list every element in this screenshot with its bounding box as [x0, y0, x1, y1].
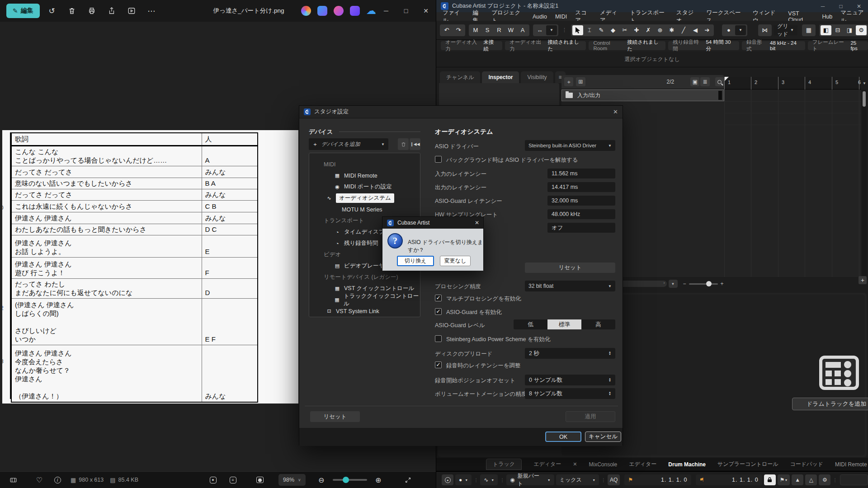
tab-channel[interactable]: チャンネル — [440, 71, 480, 83]
text-actions-button[interactable]: ≡ — [226, 474, 240, 486]
toolbar-divider-handle[interactable]: ⋮ — [562, 27, 567, 33]
tree-item-motu-m-series[interactable]: MOTU M Series — [309, 204, 420, 215]
snap-toggle-button[interactable]: ⋈ — [760, 25, 770, 35]
close-icon[interactable]: ✕ — [573, 461, 577, 467]
cancel-button[interactable]: キャンセル — [585, 432, 621, 442]
designer-icon[interactable] — [317, 6, 327, 16]
timeline-ruler[interactable]: 1 2 3 4 5 6 — [724, 77, 861, 89]
object-select-tool[interactable] — [572, 25, 583, 35]
menu-hub[interactable]: Hub — [822, 14, 832, 20]
add-drum-track-button[interactable]: ドラムトラックを追加 — [792, 398, 868, 410]
power-scheme-checkbox[interactable] — [435, 335, 442, 342]
ruler-options-button[interactable]: ▼ — [862, 78, 867, 89]
zoom-out-button[interactable]: ⊖ — [315, 474, 328, 486]
add-device-dropdown[interactable]: ＋ デバイスを追加 ▼ — [309, 138, 388, 150]
tab-drum-machine[interactable]: Drum Machine — [668, 461, 706, 468]
reset-driver-button[interactable]: リセット — [525, 263, 615, 273]
draw-tool[interactable]: ✎ — [596, 25, 607, 35]
transport-modes-button[interactable]: ● — [442, 474, 453, 485]
record-offset-spinner[interactable]: 0 サンプル数▲▼ — [525, 375, 615, 385]
dialog-close-icon[interactable]: ✕ — [613, 108, 618, 115]
redo-button[interactable]: ↷ — [453, 25, 464, 35]
fullscreen-button[interactable] — [401, 474, 415, 486]
cubase-minimize-button[interactable]: ─ — [814, 0, 832, 12]
zoom-in-button[interactable]: ⊕ — [372, 474, 385, 486]
split-tool[interactable]: ✂ — [619, 25, 630, 35]
zone-setup-button[interactable]: ⚙ — [856, 25, 867, 35]
metronome-button[interactable]: △ — [805, 474, 817, 485]
tab-mixconsole[interactable]: MixConsole — [589, 461, 617, 468]
right-zone-toggle[interactable]: ◨ — [844, 25, 855, 35]
zoom-tool[interactable]: ⊕ — [655, 25, 665, 35]
color-tool[interactable]: ➔ — [702, 25, 712, 35]
edit-button[interactable]: ✎ 編集 — [6, 4, 40, 18]
framerate-status[interactable]: フレームレート25 fps — [808, 41, 868, 50]
volume-precision-spinner[interactable]: 8 サンプル数▲▼ — [525, 388, 615, 399]
photos-maximize-button[interactable]: □ — [396, 3, 416, 19]
auto-scroll-button[interactable]: ↔ — [534, 25, 545, 35]
photos-minimize-button[interactable]: ─ — [376, 3, 396, 19]
timeline-zoom-slider[interactable] — [689, 283, 718, 285]
zoom-slider-thumb[interactable] — [343, 477, 349, 483]
write-automation-button[interactable]: W — [505, 25, 516, 35]
tempo-display[interactable] — [840, 474, 868, 485]
guard-level-high[interactable]: 高 — [581, 319, 615, 329]
precision-dropdown[interactable]: 32 bit float ▼ — [525, 281, 615, 291]
remove-device-button[interactable] — [398, 138, 409, 150]
favorite-button[interactable]: ♡ — [33, 474, 46, 486]
tree-item-track-quick-controls[interactable]: ▦トラッククイックコントロール — [309, 294, 420, 305]
metronome-setup-button[interactable]: ⚙ — [819, 474, 830, 485]
track-row-io[interactable]: 入力/出力 — [561, 89, 724, 101]
tree-item-midi-port-setup[interactable]: ◉MIDI ポートの設定 — [309, 181, 420, 192]
slideshow-button[interactable] — [124, 4, 139, 18]
visual-search-button[interactable]: ● — [206, 474, 220, 486]
auto-quantize-button[interactable]: AQ — [608, 474, 620, 485]
audio-input-status[interactable]: オーディオ入力未接続 — [441, 41, 502, 50]
dialog-titlebar[interactable]: スタジオ設定 ✕ — [299, 106, 623, 118]
mute-all-button[interactable]: M — [470, 25, 481, 35]
delete-button[interactable] — [64, 4, 80, 18]
undo-button[interactable]: ↶ — [441, 25, 452, 35]
record-mode-dropdown[interactable]: ● ▼ — [455, 474, 472, 485]
punch-in-button[interactable]: ⚑▼ — [778, 474, 790, 485]
share-button[interactable] — [104, 4, 119, 18]
apps-icon[interactable] — [350, 6, 360, 16]
asio-driver-dropdown[interactable]: Steinberg built-in ASIO Driver ▼ — [525, 140, 615, 151]
switch-driver-button[interactable]: 切り換え — [397, 256, 434, 266]
zoom-out-icon[interactable]: − — [683, 281, 686, 287]
line-tool[interactable]: ╱ — [678, 25, 689, 35]
track-filter-icon[interactable]: ≣ — [700, 77, 709, 86]
left-locator[interactable]: ⚑ 1. 1. 1. 0 — [624, 474, 691, 485]
midi-keyboard-button[interactable]: ▦ — [803, 25, 814, 35]
punch-out-button[interactable]: ▲ — [792, 474, 803, 485]
clipchamp-icon[interactable] — [334, 6, 344, 16]
tab-editor-1[interactable]: エディター — [533, 460, 561, 468]
tab-sampler-control[interactable]: サンプラーコントロール — [717, 460, 778, 468]
tree-item-audio-system[interactable]: ∿オーディオシステム — [309, 192, 420, 204]
tab-chord-pads[interactable]: コードパッド — [790, 460, 823, 468]
divider-handle[interactable]: ⋮ — [833, 478, 837, 483]
more-button[interactable]: ⋯ — [144, 4, 159, 18]
midi-mix-mode-dropdown[interactable]: ミックス ▼ — [556, 474, 599, 485]
divider-handle[interactable]: ⋮ — [601, 478, 606, 483]
zoom-preset-dropdown[interactable]: ▼ — [669, 280, 678, 288]
info-button[interactable]: i — [51, 474, 64, 486]
background-button[interactable] — [253, 474, 267, 486]
grid-type-dropdown[interactable]: グリッド ▼ — [774, 25, 797, 35]
track-agents-icon[interactable]: ▣ — [690, 77, 699, 86]
release-driver-checkbox[interactable] — [435, 156, 442, 163]
audio-output-status[interactable]: オーディオ出力接続されました — [505, 41, 586, 50]
reset-devices-button[interactable]: ❙◀◀ — [410, 138, 420, 150]
record-time-status[interactable]: 残り録音時間54 時間 30 分 — [668, 41, 739, 50]
divider-handle[interactable]: ⋮ — [474, 478, 478, 483]
glue-tool[interactable]: ✚ — [631, 25, 642, 35]
lower-zone-toggle[interactable]: ⊟ — [832, 25, 843, 35]
add-zoom-preset-button[interactable]: ＋ — [859, 276, 867, 284]
range-select-tool[interactable]: ⌶ — [584, 25, 595, 35]
divider-handle[interactable]: ⋮ — [500, 478, 505, 483]
confirm-titlebar[interactable]: Cubase Artist ✕ — [382, 217, 483, 229]
menu-audio[interactable]: Audio — [533, 14, 547, 20]
find-track-button[interactable] — [715, 77, 724, 86]
tab-track[interactable]: トラック — [486, 459, 522, 470]
multiprocessing-checkbox[interactable]: ✓ — [435, 295, 442, 301]
